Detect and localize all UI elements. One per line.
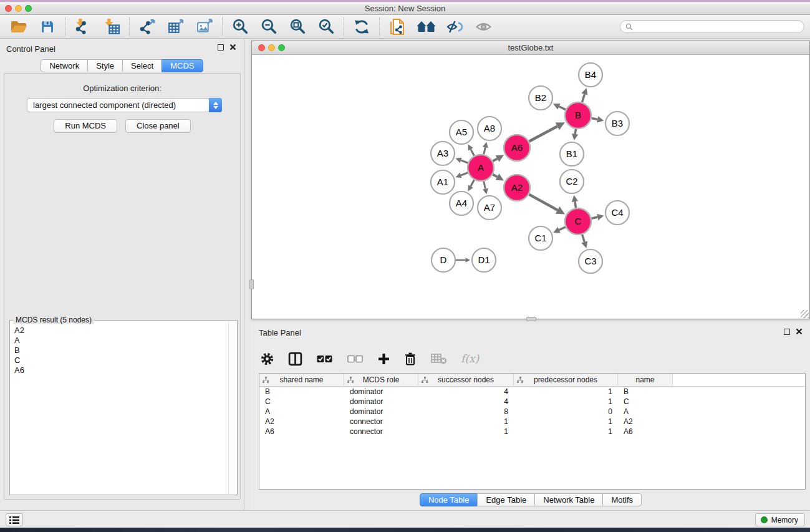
close-window-button[interactable] (5, 5, 12, 12)
float-panel-icon[interactable] (784, 329, 790, 335)
export-network-button[interactable] (136, 17, 158, 37)
settings-gear-button[interactable] (260, 352, 274, 366)
first-neighbors-button[interactable] (415, 17, 437, 37)
edge-A-A3[interactable] (461, 160, 468, 163)
table-row[interactable]: Bdominator41B (259, 387, 805, 397)
table-row[interactable]: Adominator80A (259, 407, 805, 417)
function-builder-button[interactable]: f(x) (461, 352, 479, 365)
mcds-result-item[interactable]: A2 (14, 326, 228, 336)
edge-C-C4[interactable] (591, 217, 597, 218)
export-image-button[interactable] (193, 17, 216, 37)
table-cell: A6 (259, 427, 344, 437)
table-row[interactable]: A2connector11A2 (259, 417, 805, 427)
edge-A6-B[interactable] (529, 127, 557, 142)
tab-select[interactable]: Select (122, 59, 162, 72)
edge-A-A4[interactable] (471, 180, 475, 186)
save-session-button[interactable] (36, 17, 59, 37)
zoom-in-button[interactable] (229, 17, 251, 37)
arrowhead-icon (597, 116, 604, 122)
column-header-name[interactable]: name (618, 374, 673, 386)
delete-table-button[interactable] (430, 352, 447, 365)
refresh-view-button[interactable] (350, 17, 373, 37)
mcds-result-item[interactable]: B (14, 346, 228, 355)
edge-A2-C[interactable] (529, 195, 557, 210)
close-network-window-button[interactable] (258, 44, 265, 51)
zoom-network-window-button[interactable] (278, 44, 285, 51)
export-table-button[interactable] (165, 17, 187, 37)
edge-B-B2[interactable] (559, 107, 566, 110)
table-row[interactable]: Cdominator41C (259, 397, 805, 407)
result-list-scrollbar[interactable] (228, 321, 236, 494)
resize-grip-icon[interactable] (801, 310, 809, 318)
deselect-all-button[interactable] (347, 353, 364, 364)
column-header-MCDS-role[interactable]: MCDS role (344, 374, 418, 386)
select-all-button[interactable] (316, 353, 333, 364)
add-column-button[interactable] (377, 352, 390, 365)
mcds-result-list[interactable]: A2ABCA6 (11, 321, 228, 494)
graph-node-label: C2 (566, 176, 577, 186)
tab-mcds[interactable]: MCDS (162, 59, 203, 72)
search-input[interactable] (636, 22, 799, 31)
search-field[interactable] (620, 20, 804, 33)
zoom-out-button[interactable] (258, 17, 280, 37)
tab-style[interactable]: Style (87, 59, 123, 72)
edge-C-C3[interactable] (582, 235, 585, 242)
tab-network-table[interactable]: Network Table (534, 493, 603, 506)
graph-node-label: B (575, 110, 581, 120)
tab-network[interactable]: Network (41, 59, 88, 72)
optimization-criterion-dropdown[interactable]: largest connected component (directed) (27, 98, 222, 112)
search-icon (625, 23, 633, 31)
edge-A-A2[interactable] (493, 175, 497, 177)
network-window-titlebar[interactable]: testGlobe.txt (252, 41, 809, 55)
zoom-fit-button[interactable] (286, 17, 309, 37)
mcds-result-item[interactable]: C (14, 355, 228, 365)
memory-status-icon (761, 516, 768, 523)
divider-handle[interactable] (526, 317, 536, 321)
tab-motifs[interactable]: Motifs (602, 493, 642, 506)
edge-A-A8[interactable] (484, 147, 486, 154)
tab-edge-table[interactable]: Edge Table (477, 493, 535, 506)
edge-B-B3[interactable] (592, 118, 598, 119)
edge-B-B4[interactable] (582, 94, 584, 102)
import-table-button[interactable] (100, 17, 123, 37)
minimize-window-button[interactable] (15, 5, 22, 12)
edge-C-C2[interactable] (575, 201, 576, 208)
edge-A-A6[interactable] (493, 158, 497, 161)
zoom-window-button[interactable] (25, 5, 32, 12)
toolbar-group (229, 17, 337, 37)
graph-node-label: A (478, 162, 484, 173)
table-cell: dominator (344, 407, 418, 417)
toggle-columns-button[interactable] (288, 352, 302, 366)
memory-button[interactable]: Memory (755, 513, 805, 526)
divider-handle[interactable] (249, 279, 254, 289)
close-panel-icon[interactable] (229, 44, 236, 51)
edge-A-A5[interactable] (471, 149, 475, 155)
column-header-successor-nodes[interactable]: successor nodes (418, 374, 514, 386)
edge-A-A1[interactable] (461, 173, 468, 175)
tab-node-table[interactable]: Node Table (420, 493, 478, 506)
delete-column-button[interactable] (404, 352, 417, 366)
clone-network-button[interactable] (386, 17, 408, 37)
network-canvas[interactable]: AA1A2A3A4A5A6A7A8BB1B2B3B4CC1C2C3C4DD1 (252, 55, 809, 319)
zoom-selected-button[interactable] (315, 17, 337, 37)
run-mcds-button[interactable]: Run MCDS (54, 119, 117, 133)
close-panel-icon[interactable] (796, 328, 803, 335)
minimize-network-window-button[interactable] (268, 44, 275, 51)
mcds-result-item[interactable]: A (14, 336, 228, 346)
window-controls (5, 5, 32, 12)
close-panel-button[interactable]: Close panel (125, 119, 191, 133)
mcds-result-item[interactable]: A6 (14, 365, 228, 375)
preview-eye-button[interactable] (472, 17, 494, 37)
import-network-button[interactable] (72, 17, 94, 37)
column-header-predecessor-nodes[interactable]: predecessor nodes (514, 374, 618, 386)
edge-B-B1[interactable] (575, 129, 576, 134)
float-panel-icon[interactable] (218, 44, 224, 51)
edge-C-C1[interactable] (559, 227, 566, 230)
task-history-button[interactable] (6, 513, 23, 526)
column-header-shared-name[interactable]: shared name (259, 374, 344, 386)
show-hide-panel-button[interactable] (443, 17, 466, 37)
table-row[interactable]: A6connector11A6 (259, 427, 805, 437)
open-session-button[interactable] (7, 17, 30, 37)
network-view-window: testGlobe.txt AA1A2A3A4A5A6A7A8BB1B2B3B4… (251, 41, 810, 319)
edge-A-A7[interactable] (484, 181, 486, 188)
